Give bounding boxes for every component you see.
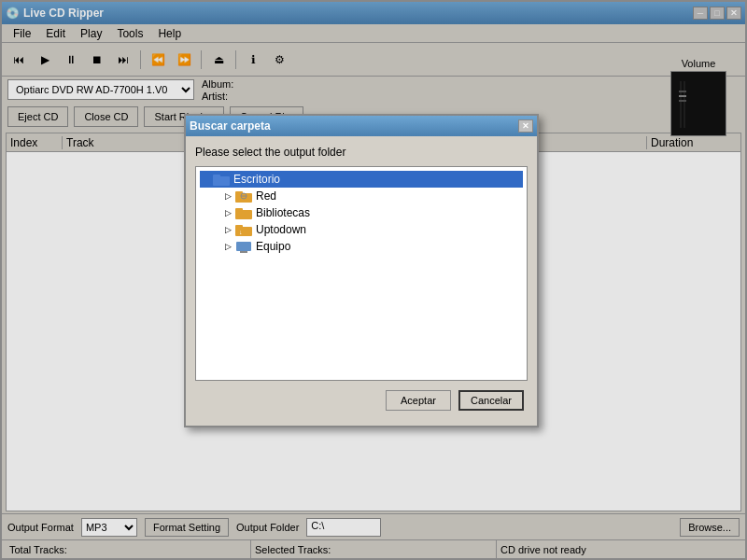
label-equipo: Equipo — [256, 240, 290, 253]
label-uptodown: Uptodown — [256, 223, 306, 236]
svg-rect-7 — [213, 175, 220, 178]
tree-item-uptodown[interactable]: ▷ ↓ Uptodown — [200, 221, 523, 238]
expand-escritorio — [200, 174, 211, 185]
dialog-buttons: Aceptar Cancelar — [195, 390, 528, 416]
expand-uptodown[interactable]: ▷ — [222, 224, 233, 235]
dialog-content: Please select the output folder Escritor… — [186, 136, 537, 426]
folder-tree[interactable]: Escritorio ▷ Red — [195, 166, 528, 381]
svg-rect-17 — [236, 242, 251, 251]
expand-bibliotecas[interactable]: ▷ — [222, 207, 233, 218]
main-window: 💿 Live CD Ripper ─ □ ✕ File Edit Play To… — [0, 0, 747, 560]
tree-item-bibliotecas[interactable]: ▷ Bibliotecas — [200, 204, 523, 221]
expand-red[interactable]: ▷ — [222, 190, 233, 202]
folder-icon-red — [235, 189, 252, 203]
label-red: Red — [256, 189, 276, 203]
label-escritorio: Escritorio — [233, 173, 280, 186]
dialog-overlay: Buscar carpeta ✕ Please select the outpu… — [2, 2, 745, 558]
expand-equipo[interactable]: ▷ — [222, 241, 233, 252]
tree-item-red[interactable]: ▷ Red — [200, 188, 523, 204]
label-bibliotecas: Bibliotecas — [256, 206, 310, 219]
svg-text:↓: ↓ — [239, 229, 243, 235]
folder-icon-equipo — [235, 240, 252, 253]
dialog-instruction: Please select the output folder — [195, 146, 528, 159]
tree-item-equipo[interactable]: ▷ Equipo — [200, 238, 523, 255]
svg-rect-18 — [240, 251, 247, 253]
dialog-title: Buscar carpeta — [190, 119, 271, 133]
accept-button[interactable]: Aceptar — [386, 390, 451, 411]
dialog-title-bar: Buscar carpeta ✕ — [186, 116, 537, 136]
folder-icon-bibliotecas — [235, 206, 252, 219]
svg-rect-13 — [235, 208, 243, 212]
tree-item-escritorio[interactable]: Escritorio — [200, 171, 523, 188]
cancel-button[interactable]: Cancelar — [458, 390, 524, 411]
dialog-close-button[interactable]: ✕ — [518, 119, 533, 133]
buscar-carpeta-dialog: Buscar carpeta ✕ Please select the outpu… — [184, 114, 539, 427]
folder-icon-escritorio — [213, 173, 230, 186]
folder-icon-uptodown: ↓ — [235, 223, 252, 236]
